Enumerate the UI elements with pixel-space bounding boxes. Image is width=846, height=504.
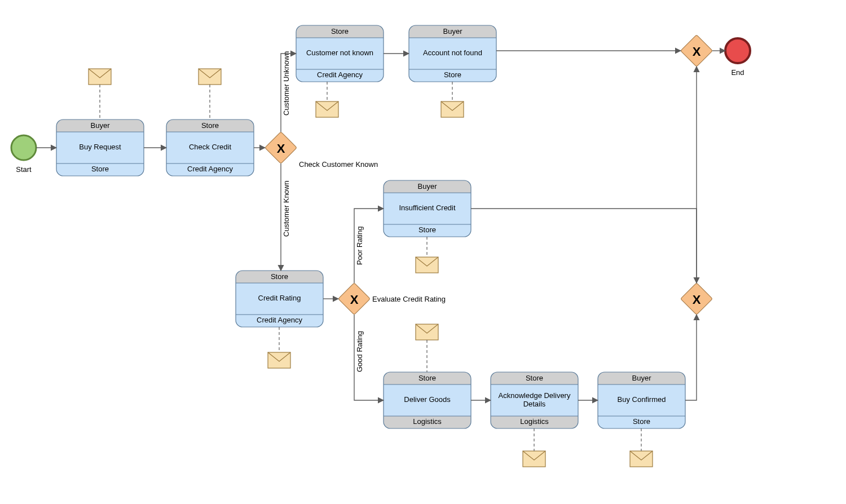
task-buy-request: Buyer Buy Request Store <box>52 118 147 176</box>
flow-label: Poor Rating <box>355 226 364 265</box>
task-name: Credit Rating <box>258 294 301 302</box>
task-top: Buyer <box>632 374 652 382</box>
task-ack-delivery: Store Acknowledge Delivery Details Logis… <box>491 372 578 428</box>
envelope-icon <box>199 69 221 85</box>
gateway-label: Check Customer Known <box>299 160 378 169</box>
task-name: Deliver Goods <box>404 395 451 404</box>
task-bottom: Logistics <box>413 417 442 426</box>
task-bottom: Store <box>418 226 436 234</box>
task-name: Buy Confirmed <box>618 395 666 404</box>
task-bottom: Credit Agency <box>187 165 233 173</box>
task-top: Store <box>331 27 349 36</box>
start-event: Start <box>11 135 36 174</box>
gateway-check-customer-known: X Check Customer Known <box>265 132 378 169</box>
envelope-icon <box>523 451 545 467</box>
svg-point-0 <box>11 135 36 160</box>
task-bottom: Credit Agency <box>257 316 302 324</box>
task-top: Store <box>526 374 543 382</box>
task-buy-confirmed: Buyer Buy Confirmed Store <box>598 372 685 428</box>
svg-point-1 <box>725 38 750 63</box>
svg-text:X: X <box>693 293 701 307</box>
task-customer-not-known: Store Customer not known Credit Agency <box>296 25 384 82</box>
gateway-evaluate-credit-rating: X Evaluate Credit Rating <box>338 283 446 315</box>
task-name: Details <box>523 400 546 408</box>
envelope-icon <box>441 101 464 117</box>
task-top: Store <box>201 121 219 130</box>
task-check-credit: Store Check Credit Credit Agency <box>166 120 254 176</box>
flow-label: Customer Unknown <box>282 51 290 116</box>
task-account-not-found: Buyer Account not found Store <box>409 25 496 82</box>
task-bottom: Credit Agency <box>317 70 363 79</box>
task-top: Store <box>271 272 288 281</box>
envelope-icon <box>416 257 438 273</box>
gateway-merge-final: X <box>681 35 713 67</box>
task-deliver-goods: Store Deliver Goods Logistics <box>384 372 471 428</box>
svg-text:X: X <box>277 142 285 156</box>
task-top: Buyer <box>418 182 438 191</box>
start-label: Start <box>16 165 32 174</box>
task-credit-rating: Store Credit Rating Credit Agency <box>236 271 323 327</box>
envelope-icon <box>630 451 653 467</box>
task-bottom: Logistics <box>520 417 549 426</box>
task-bottom: Store <box>91 165 109 173</box>
end-label: End <box>731 68 744 77</box>
envelope-icon <box>268 352 290 368</box>
task-top: Store <box>418 374 436 382</box>
task-name: Check Credit <box>189 143 232 151</box>
gateway-label: Evaluate Credit Rating <box>372 295 446 303</box>
gateway-merge-lower: X <box>681 283 713 315</box>
task-top: Buyer <box>91 121 111 130</box>
flow <box>471 209 697 283</box>
svg-text:X: X <box>350 293 359 307</box>
task-top: Buyer <box>443 27 463 36</box>
svg-text:X: X <box>693 45 701 59</box>
envelope-icon <box>89 69 111 85</box>
task-name: Customer not known <box>306 48 373 57</box>
task-name: Buy Request <box>79 143 121 151</box>
task-name: Insufficient Credit <box>399 204 456 212</box>
flow-label: Good Rating <box>355 331 364 372</box>
task-bottom: Store <box>633 417 650 426</box>
task-name: Acknowledge Delivery <box>499 391 571 400</box>
flow <box>685 315 697 400</box>
flow-label: Customer Known <box>282 180 290 237</box>
envelope-icon <box>416 324 438 340</box>
task-bottom: Store <box>444 70 461 79</box>
task-insufficient-credit: Buyer Insufficient Credit Store <box>384 180 471 237</box>
envelope-icon <box>316 101 338 117</box>
task-name: Account not found <box>423 48 482 57</box>
end-event: End <box>725 38 750 77</box>
